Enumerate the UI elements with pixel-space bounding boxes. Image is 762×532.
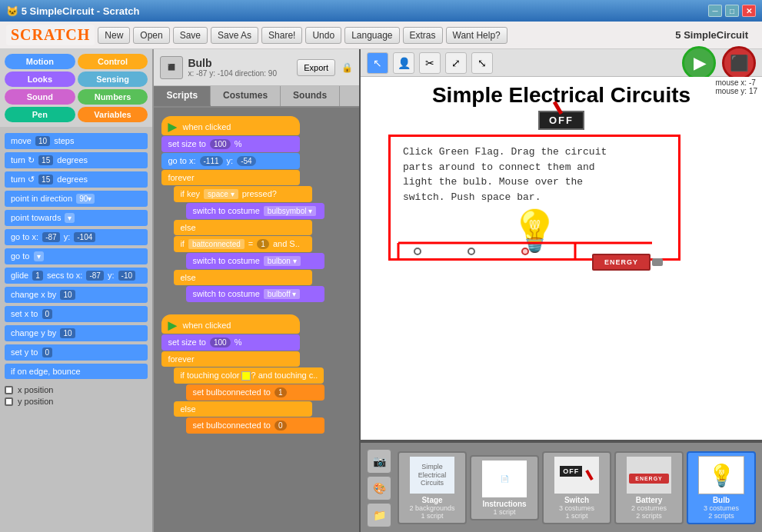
battery-name: Battery — [619, 496, 679, 504]
block-goto[interactable]: go to ▾ — [5, 248, 148, 264]
scissors-tool[interactable]: ✂ — [419, 52, 441, 74]
main-layout: Motion Control Looks Sensing Sound Numbe… — [0, 49, 762, 532]
go-button[interactable]: ▶ — [682, 46, 716, 80]
switch-area: OFF — [361, 111, 762, 130]
mouse-coords: mouse x: -7 mouse y: 17 — [711, 77, 762, 97]
scratch-logo: SCRATCH — [6, 25, 95, 45]
block-bounce[interactable]: if on edge, bounce — [5, 364, 148, 379]
stage-info: 2 backgrounds1 script — [402, 504, 462, 520]
sprite-name: Bulb — [188, 57, 277, 69]
cat-pen[interactable]: Pen — [5, 107, 75, 122]
minimize-button[interactable]: ─ — [708, 5, 722, 17]
cat-variables[interactable]: Variables — [78, 107, 148, 122]
cat-looks[interactable]: Looks — [5, 71, 75, 87]
checkbox-x-position[interactable]: x position — [5, 385, 148, 394]
block-turn-ccw[interactable]: turn ↺ 15 degrees — [5, 171, 148, 188]
block-move[interactable]: move 10 steps — [5, 133, 148, 149]
shrink-tool[interactable]: ⤡ — [471, 52, 493, 74]
sb-set-bulbconn-1[interactable]: set bulbconnected to 1 — [186, 384, 324, 401]
help-button[interactable]: Want Help? — [446, 27, 507, 44]
blocks-panel: Motion Control Looks Sensing Sound Numbe… — [0, 49, 154, 532]
sprite-item-battery[interactable]: ENERGY Battery 2 costumes2 scripts — [614, 451, 684, 524]
scripts-area[interactable]: when clicked set size to 100 % go to x: … — [154, 108, 359, 532]
blocks-list: move 10 steps turn ↻ 15 degrees turn ↺ 1… — [0, 127, 152, 532]
battery-thumb: ENERGY — [626, 456, 672, 494]
sb-set-size-1[interactable]: set size to 100 % — [161, 136, 300, 152]
switch-info: 3 costumes1 script — [547, 504, 607, 520]
sb-else-2[interactable]: else — [174, 270, 312, 285]
expand-tool[interactable]: ⤢ — [445, 52, 467, 74]
language-button[interactable]: Language — [344, 27, 399, 44]
share-button[interactable]: Share! — [261, 27, 302, 44]
sprite-item-bulb[interactable]: 💡 Bulb 3 costumes2 scripts — [687, 451, 756, 524]
save-button[interactable]: Save — [173, 27, 208, 44]
sb-if-battconn[interactable]: if battconnected = 1 and S.. — [174, 236, 312, 252]
hat-block-1[interactable]: when clicked — [161, 116, 300, 135]
sprite-item-stage[interactable]: Simple ElectricalCircuits Stage 2 backgr… — [398, 451, 467, 524]
hat-block-2[interactable]: when clicked — [161, 314, 300, 334]
sb-costume-bulbon[interactable]: switch to costume bulbon ▾ — [186, 253, 324, 269]
undo-button[interactable]: Undo — [305, 27, 341, 44]
sb-forever-1[interactable]: forever — [161, 170, 300, 185]
lock-icon: 🔒 — [341, 62, 353, 73]
sb-goto-xy-1[interactable]: go to x: -111 y: -54 — [161, 153, 300, 169]
switch-display: OFF — [538, 111, 584, 130]
titlebar: 🐱 5 SimpleCircuit - Scratch ─ □ ✕ — [0, 0, 762, 22]
sprite-icon: ⬛ — [160, 56, 183, 79]
stage-canvas[interactable]: Simple Electrical Circuits OFF Click Gre… — [361, 77, 762, 440]
import-btn[interactable]: 📁 — [367, 503, 391, 527]
sprite-info: Bulb x: -87 y: -104 direction: 90 — [188, 57, 277, 78]
tab-costumes[interactable]: Costumes — [211, 86, 281, 106]
add-sprite-btn[interactable]: 📷 — [367, 449, 391, 474]
sb-set-size-2[interactable]: set size to 100 % — [161, 334, 300, 351]
circuit-box: Click Green Flag. Drag the circuit parts… — [388, 135, 680, 261]
cat-motion[interactable]: Motion — [5, 54, 75, 69]
block-set-y[interactable]: set y to 0 — [5, 344, 148, 361]
cursor-tool[interactable]: ↖ — [367, 52, 388, 74]
title-icon: 🐱 — [6, 5, 18, 17]
open-button[interactable]: Open — [133, 27, 169, 44]
circuit-svg — [391, 235, 678, 258]
maximize-button[interactable]: □ — [725, 5, 739, 17]
block-change-x[interactable]: change x by 10 — [5, 287, 148, 303]
block-point-dir[interactable]: point in direction 90▾ — [5, 191, 148, 207]
sb-else-1[interactable]: else — [174, 220, 312, 235]
bulb-info: 3 costumes2 scripts — [691, 504, 751, 520]
close-button[interactable]: ✕ — [742, 5, 756, 17]
block-set-x[interactable]: set x to 0 — [5, 306, 148, 322]
block-goto-xy[interactable]: go to x: -87 y: -104 — [5, 229, 148, 245]
cat-sound[interactable]: Sound — [5, 89, 75, 105]
sprite-item-instructions[interactable]: 📄 Instructions 1 script — [470, 455, 539, 520]
sprite-item-switch[interactable]: OFF Switch 3 costumes1 script — [542, 451, 611, 524]
checkbox-y-position[interactable]: y position — [5, 397, 148, 406]
person-tool[interactable]: 👤 — [393, 52, 414, 74]
tab-sounds[interactable]: Sounds — [281, 86, 340, 106]
new-button[interactable]: New — [98, 27, 130, 44]
extras-button[interactable]: Extras — [403, 27, 443, 44]
stop-button[interactable]: ⬛ — [722, 46, 756, 80]
block-glide[interactable]: glide 1 secs to x: -87 y: -10 — [5, 268, 148, 284]
sb-if-key-1[interactable]: if key space ▾ pressed? — [174, 186, 312, 202]
cat-control[interactable]: Control — [78, 54, 148, 69]
switch-name: Switch — [547, 496, 607, 504]
tab-scripts[interactable]: Scripts — [154, 86, 211, 106]
sb-costume-bulboff[interactable]: switch to costume bulboff ▾ — [186, 286, 324, 302]
block-change-y[interactable]: change y by 10 — [5, 325, 148, 341]
stage-title: Simple Electrical Circuits — [361, 77, 762, 114]
sb-set-bulbconn-0[interactable]: set bulbconnected to 0 — [186, 417, 324, 434]
stage-controls: ↖ 👤 ✂ ⤢ ⤡ ▶ ⬛ — [361, 49, 762, 77]
block-turn-cw[interactable]: turn ↻ 15 degrees — [5, 152, 148, 168]
sb-if-touching[interactable]: if touching color ? and touching c.. — [174, 367, 324, 384]
stage-thumb: Simple ElectricalCircuits — [409, 456, 455, 494]
instructions-name: Instructions — [474, 500, 534, 508]
paint-btn[interactable]: 🎨 — [367, 476, 391, 500]
save-as-button[interactable]: Save As — [211, 27, 258, 44]
cat-sensing[interactable]: Sensing — [78, 71, 148, 87]
sb-forever-2[interactable]: forever — [161, 351, 300, 367]
sb-costume-bulbsymbol[interactable]: switch to costume bulbsymbol ▾ — [186, 203, 324, 219]
export-button[interactable]: Export — [297, 59, 335, 76]
cat-numbers[interactable]: Numbers — [78, 89, 148, 105]
category-buttons: Motion Control Looks Sensing Sound Numbe… — [0, 49, 152, 127]
block-point-towards[interactable]: point towards ▾ — [5, 210, 148, 226]
sb-else-3[interactable]: else — [174, 401, 312, 417]
